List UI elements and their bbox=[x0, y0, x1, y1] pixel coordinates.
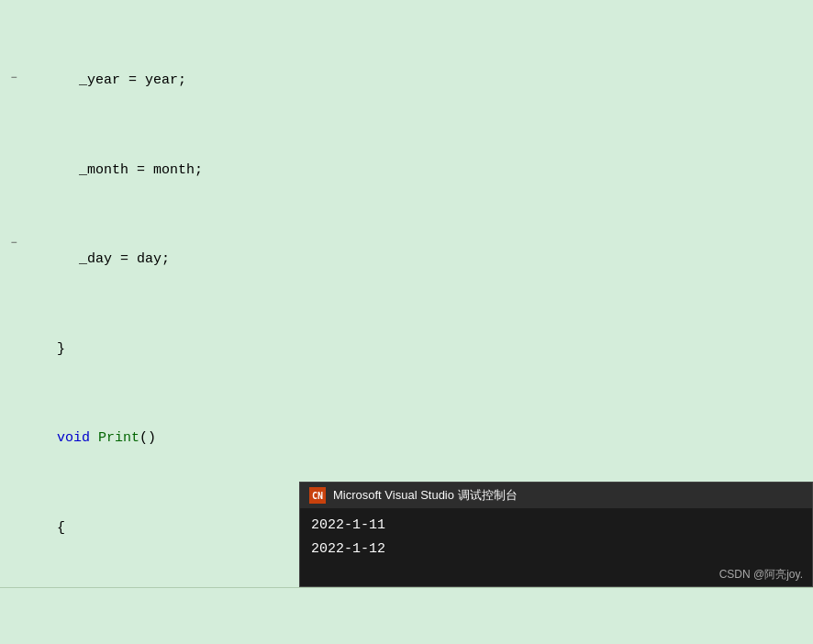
gutter-space bbox=[7, 4, 20, 20]
gutter-space bbox=[7, 136, 20, 152]
console-output-line-2: 2022-1-12 bbox=[311, 538, 801, 561]
gutter-space bbox=[7, 119, 20, 136]
code-token: { bbox=[57, 517, 65, 539]
gutter-space bbox=[7, 367, 20, 383]
code-token: _year = year; bbox=[79, 70, 186, 92]
gutter-space bbox=[7, 268, 20, 284]
editor-area: − − _year = year; bbox=[0, 0, 813, 587]
gutter-space bbox=[7, 53, 20, 70]
code-line: _month = month; bbox=[35, 160, 813, 183]
gutter-space bbox=[7, 350, 20, 367]
gutter-space bbox=[7, 301, 20, 317]
code-line: } bbox=[35, 339, 813, 362]
code-token: } bbox=[57, 339, 65, 361]
code-token: _day = day; bbox=[79, 249, 170, 271]
line-gutter: − − bbox=[0, 0, 28, 587]
console-panel: CN Microsoft Visual Studio 调试控制台 2022-1-… bbox=[299, 482, 813, 587]
gutter-space bbox=[7, 317, 20, 334]
code-token: _month = month; bbox=[79, 160, 203, 182]
gutter-space bbox=[7, 251, 20, 268]
code-func: Print bbox=[98, 427, 139, 450]
code-token bbox=[90, 427, 98, 450]
collapse-icon[interactable]: − bbox=[7, 70, 20, 86]
gutter-space bbox=[7, 152, 20, 169]
code-line: void Print () bbox=[35, 427, 813, 451]
console-title-bar: CN Microsoft Visual Studio 调试控制台 bbox=[300, 483, 812, 508]
console-output: 2022-1-11 2022-1-12 bbox=[300, 508, 812, 566]
collapse-icon-main[interactable]: − bbox=[7, 235, 20, 251]
gutter-space bbox=[7, 20, 20, 37]
gutter-space bbox=[7, 202, 20, 218]
gutter-space bbox=[7, 284, 20, 301]
code-keyword: void bbox=[57, 427, 90, 450]
code-line: _year = year; bbox=[35, 70, 813, 94]
gutter-space bbox=[7, 334, 20, 350]
bottom-bar bbox=[0, 587, 813, 644]
console-output-line-1: 2022-1-11 bbox=[311, 514, 801, 538]
gutter-space bbox=[7, 218, 20, 235]
vs-icon: CN bbox=[309, 487, 326, 504]
console-title: Microsoft Visual Studio 调试控制台 bbox=[333, 487, 518, 504]
watermark: CSDN @阿亮joy. bbox=[718, 567, 805, 583]
gutter-space bbox=[7, 169, 20, 185]
code-token: () bbox=[139, 427, 156, 450]
gutter-space bbox=[7, 185, 20, 202]
gutter-space bbox=[7, 37, 20, 53]
gutter-space bbox=[7, 103, 20, 119]
code-line: _day = day; bbox=[35, 249, 813, 272]
gutter-space bbox=[7, 86, 20, 103]
